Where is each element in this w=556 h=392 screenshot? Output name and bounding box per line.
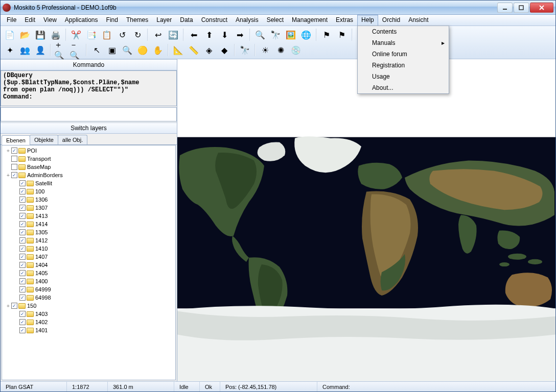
tree-item[interactable]: ✓1402 bbox=[3, 318, 174, 326]
command-log[interactable]: (DBquery ($up.$BlattTypName,$const.Pläne… bbox=[1, 70, 177, 106]
layer-checkbox[interactable] bbox=[11, 164, 17, 170]
tool-binoc[interactable]: 🔭 bbox=[238, 43, 252, 57]
tool-zoom-out[interactable]: －🔍 bbox=[69, 43, 83, 57]
tool-back[interactable]: ↩ bbox=[151, 28, 165, 42]
layer-checkbox[interactable]: ✓ bbox=[19, 278, 26, 284]
layer-checkbox[interactable]: ✓ bbox=[19, 262, 26, 268]
expand-toggle-icon[interactable]: + bbox=[5, 303, 11, 309]
tool-copy[interactable]: 📑 bbox=[84, 28, 99, 42]
tree-item[interactable]: ✓1401 bbox=[3, 326, 174, 334]
menu-orchid[interactable]: Orchid bbox=[378, 15, 404, 26]
tool-sun-a[interactable]: ☀ bbox=[258, 43, 272, 57]
layer-checkbox[interactable]: ✓ bbox=[11, 172, 17, 178]
tool-zoom-in[interactable]: ＋🔍 bbox=[54, 43, 68, 57]
help-about-[interactable]: About... bbox=[358, 82, 449, 93]
tool-arrow-right[interactable]: ➡ bbox=[233, 28, 247, 42]
layer-tree[interactable]: +✓POITransportBaseMap+✓AdminBorders✓Sate… bbox=[2, 145, 176, 380]
help-manuals[interactable]: Manuals▸ bbox=[358, 37, 449, 48]
titlebar[interactable]: Moskito 5 Professional - DEMO.1of9b bbox=[1, 1, 555, 15]
menu-applications[interactable]: Applications bbox=[61, 15, 102, 26]
layer-checkbox[interactable]: ✓ bbox=[19, 197, 26, 203]
tree-item[interactable]: ✓1410 bbox=[3, 244, 174, 253]
tab-ebenen[interactable]: Ebenen bbox=[2, 135, 30, 145]
layer-checkbox[interactable]: ✓ bbox=[19, 205, 26, 211]
menu-edit[interactable]: Edit bbox=[20, 15, 39, 26]
help-registration[interactable]: Registration bbox=[358, 60, 449, 71]
tool-zoom[interactable]: 🔍 bbox=[253, 28, 267, 42]
menu-layer[interactable]: Layer bbox=[152, 15, 176, 26]
tool-measure-line[interactable]: 📏 bbox=[187, 43, 201, 57]
layer-checkbox[interactable]: ✓ bbox=[19, 327, 26, 333]
tree-item[interactable]: ✓100 bbox=[3, 187, 174, 195]
tree-item[interactable]: ✓1405 bbox=[3, 269, 174, 277]
layer-checkbox[interactable]: ✓ bbox=[19, 319, 26, 325]
tree-item[interactable]: ✓1306 bbox=[3, 195, 174, 204]
tool-arrow-up[interactable]: ⬆ bbox=[202, 28, 216, 42]
tool-flag-b[interactable]: ⚑ bbox=[335, 28, 349, 42]
help-dropdown[interactable]: ContentsManuals▸Online forumRegistration… bbox=[357, 26, 449, 94]
layer-checkbox[interactable]: ✓ bbox=[19, 229, 26, 235]
tool-arrow-down[interactable]: ⬇ bbox=[217, 28, 231, 42]
layer-checkbox[interactable]: ✓ bbox=[11, 148, 17, 154]
menu-themes[interactable]: Themes bbox=[122, 15, 152, 26]
layer-checkbox[interactable]: ✓ bbox=[19, 213, 26, 219]
tree-item[interactable]: ✓64999 bbox=[3, 285, 174, 293]
menu-construct[interactable]: Construct bbox=[197, 15, 231, 26]
tool-flag-a[interactable]: ⚑ bbox=[319, 28, 334, 42]
tool-inspect[interactable]: 🔍 bbox=[120, 43, 134, 57]
tool-select-rect[interactable]: ▣ bbox=[105, 43, 119, 57]
tool-pan[interactable]: ✋ bbox=[151, 43, 165, 57]
tool-sync[interactable]: 🔄 bbox=[166, 28, 180, 42]
tree-item[interactable]: ✓1305 bbox=[3, 228, 174, 236]
tree-item[interactable]: ✓Satellit bbox=[3, 179, 174, 187]
tool-pointer[interactable]: ↖ bbox=[89, 43, 104, 57]
tree-item[interactable]: ✓1307 bbox=[3, 204, 174, 212]
layer-checkbox[interactable]: ✓ bbox=[19, 180, 26, 186]
layer-checkbox[interactable] bbox=[11, 156, 17, 162]
layer-checkbox[interactable]: ✓ bbox=[19, 311, 26, 317]
tree-item[interactable]: ✓1400 bbox=[3, 277, 174, 285]
tree-item[interactable]: Transport bbox=[3, 155, 174, 163]
tool-cube-b[interactable]: ◆ bbox=[217, 43, 231, 57]
tab-objekte[interactable]: Objekte bbox=[30, 135, 58, 144]
tool-globe[interactable]: 🌐 bbox=[299, 28, 313, 42]
menu-extras[interactable]: Extras bbox=[332, 15, 357, 26]
menu-management[interactable]: Management bbox=[288, 15, 332, 26]
tool-save[interactable]: 💾 bbox=[33, 28, 48, 42]
tool-nodes[interactable]: ✦ bbox=[3, 43, 17, 57]
close-button[interactable] bbox=[530, 3, 553, 13]
layer-checkbox[interactable]: ✓ bbox=[19, 286, 26, 292]
tool-group[interactable]: 👤 bbox=[33, 43, 48, 57]
tool-measure-poly[interactable]: 📐 bbox=[171, 43, 186, 57]
tool-zoom-extent[interactable]: 🔭 bbox=[268, 28, 283, 42]
command-input[interactable] bbox=[1, 107, 177, 121]
tree-item[interactable]: ✓1414 bbox=[3, 220, 174, 228]
menu-data[interactable]: Data bbox=[176, 15, 197, 26]
tool-redo[interactable]: ↻ bbox=[130, 28, 145, 42]
tool-highlight[interactable]: 🟡 bbox=[135, 43, 150, 57]
tool-cube-a[interactable]: ◈ bbox=[202, 43, 216, 57]
help-usage[interactable]: Usage bbox=[358, 71, 449, 82]
tool-image[interactable]: 🖼️ bbox=[284, 28, 298, 42]
tree-item[interactable]: BaseMap bbox=[3, 163, 174, 171]
tool-undo[interactable]: ↺ bbox=[115, 28, 129, 42]
menu-file[interactable]: File bbox=[3, 15, 20, 26]
menu-select[interactable]: Select bbox=[263, 15, 288, 26]
map-viewport[interactable] bbox=[177, 59, 555, 381]
expand-toggle-icon[interactable]: + bbox=[5, 148, 11, 154]
tree-item[interactable]: ✓1403 bbox=[3, 310, 174, 318]
menu-view[interactable]: View bbox=[39, 15, 61, 26]
tree-item[interactable]: +✓POI bbox=[3, 146, 174, 155]
menu-find[interactable]: Find bbox=[102, 15, 122, 26]
menu-analysis[interactable]: Analysis bbox=[231, 15, 263, 26]
layer-checkbox[interactable]: ✓ bbox=[19, 237, 26, 243]
layer-checkbox[interactable]: ✓ bbox=[11, 303, 17, 309]
tool-paste[interactable]: 📋 bbox=[100, 28, 114, 42]
tree-item[interactable]: ✓1413 bbox=[3, 212, 174, 220]
help-online-forum[interactable]: Online forum bbox=[358, 48, 449, 60]
help-contents[interactable]: Contents bbox=[358, 26, 449, 37]
menu-ansicht[interactable]: Ansicht bbox=[404, 15, 432, 26]
tree-item[interactable]: ✓64998 bbox=[3, 293, 174, 302]
expand-toggle-icon[interactable]: + bbox=[5, 173, 11, 178]
tool-users[interactable]: 👥 bbox=[18, 43, 32, 57]
